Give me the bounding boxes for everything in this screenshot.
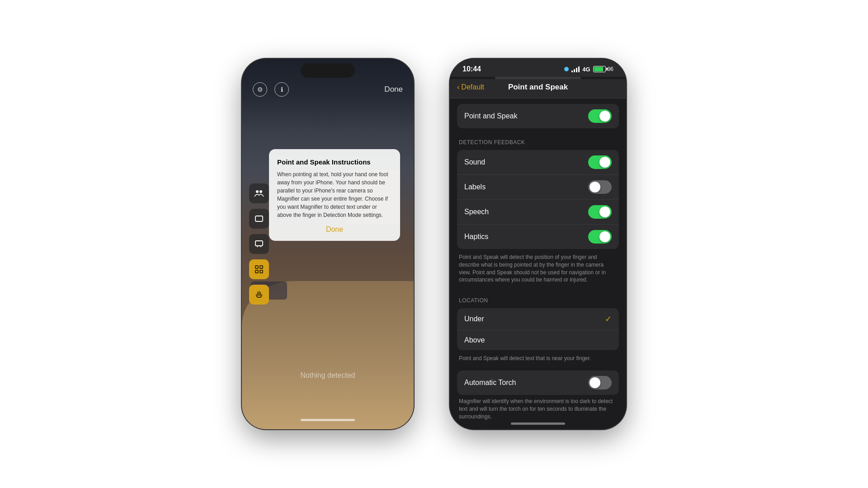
rectangle-button[interactable] <box>249 209 269 229</box>
home-indicator <box>301 419 355 421</box>
info-icon[interactable]: ℹ <box>274 82 289 97</box>
bluetooth-icon <box>564 67 569 71</box>
detection-feedback-footnote: Point and Speak will detect the position… <box>450 251 626 290</box>
status-right-icons: 4G 96 <box>564 66 613 73</box>
svg-rect-4 <box>255 266 258 268</box>
labels-row: Labels <box>457 175 619 200</box>
top-bar: ⚙ ℹ Done <box>242 82 414 97</box>
under-option[interactable]: Under ✓ <box>457 308 619 330</box>
toggle-knob <box>590 182 600 192</box>
auto-torch-label: Automatic Torch <box>464 379 516 387</box>
speech-toggle[interactable] <box>588 205 612 219</box>
point-and-speak-row: Point and Speak <box>457 104 619 128</box>
notch <box>301 63 355 78</box>
svg-rect-2 <box>255 216 263 221</box>
location-group: Under ✓ Above <box>457 308 619 350</box>
toggle-knob <box>599 206 610 217</box>
auto-torch-footnote: Magnifier will identify when the environ… <box>450 395 626 424</box>
svg-rect-7 <box>260 270 263 273</box>
toggle-knob <box>599 111 610 122</box>
back-label: Default <box>461 83 484 91</box>
location-header: LOCATION <box>450 290 626 306</box>
toggle-knob <box>599 157 610 168</box>
back-button[interactable]: ‹ Default <box>457 83 484 91</box>
right-phone-screen: 10:44 4G 96 <box>450 59 626 429</box>
main-toggle-group: Point and Speak <box>457 104 619 128</box>
left-phone-screen: ⚙ ℹ Done <box>242 59 414 429</box>
signal-icon <box>571 66 580 72</box>
point-and-speak-label: Point and Speak <box>464 112 517 120</box>
scroll-content: Point and Speak DETECTION FEEDBACK Sound… <box>450 99 626 424</box>
svg-point-1 <box>259 190 262 193</box>
hand-button[interactable] <box>249 285 269 305</box>
done-button[interactable]: Done <box>384 85 403 94</box>
nav-title: Point and Speak <box>508 83 568 92</box>
right-phone: 10:44 4G 96 <box>450 59 626 429</box>
under-checkmark: ✓ <box>605 314 612 324</box>
popup-done-button[interactable]: Done <box>277 225 392 234</box>
battery-icon: 96 <box>593 66 613 72</box>
gear-icon[interactable]: ⚙ <box>253 82 267 97</box>
svg-point-0 <box>256 190 259 193</box>
svg-rect-5 <box>260 266 263 268</box>
scan-button[interactable] <box>249 259 269 279</box>
under-label: Under <box>464 315 484 323</box>
speech-label: Speech <box>464 208 489 216</box>
haptics-label: Haptics <box>464 233 488 241</box>
toggle-knob <box>599 231 610 242</box>
above-option[interactable]: Above <box>457 330 619 350</box>
sound-toggle[interactable] <box>588 155 612 169</box>
nothing-detected-label: Nothing detected <box>242 371 414 380</box>
toggle-knob <box>590 377 600 388</box>
popup-body: When pointing at text, hold your hand on… <box>277 170 392 219</box>
home-indicator-right <box>511 422 565 425</box>
auto-torch-row: Automatic Torch <box>457 371 619 395</box>
auto-torch-toggle[interactable] <box>588 376 612 389</box>
haptics-row: Haptics <box>457 225 619 249</box>
labels-label: Labels <box>464 183 486 191</box>
status-bar: 10:44 4G 96 <box>450 59 626 77</box>
point-and-speak-toggle[interactable] <box>588 109 612 123</box>
sound-row: Sound <box>457 150 619 175</box>
detection-feedback-group: Sound Labels Speech <box>457 150 619 249</box>
detection-feedback-header: DETECTION FEEDBACK <box>450 132 626 148</box>
person-detection-button[interactable] <box>249 183 269 203</box>
network-label: 4G <box>582 66 590 73</box>
left-phone: ⚙ ℹ Done <box>242 59 414 429</box>
battery-level: 96 <box>608 66 613 72</box>
speech-row: Speech <box>457 200 619 225</box>
status-time: 10:44 <box>462 65 481 73</box>
instructions-popup: Point and Speak Instructions When pointi… <box>269 149 400 241</box>
message-button[interactable] <box>249 234 269 254</box>
labels-toggle[interactable] <box>588 180 612 194</box>
haptics-toggle[interactable] <box>588 230 612 244</box>
left-sidebar <box>249 183 269 305</box>
location-footnote: Point and Speak will detect text that is… <box>450 352 626 369</box>
top-icons: ⚙ ℹ <box>253 82 289 97</box>
nav-header: ‹ Default Point and Speak <box>450 79 626 99</box>
auto-torch-group: Automatic Torch <box>457 371 619 395</box>
svg-rect-6 <box>255 270 258 273</box>
above-label: Above <box>464 336 485 344</box>
sound-label: Sound <box>464 158 485 166</box>
svg-rect-3 <box>255 241 263 246</box>
popup-title: Point and Speak Instructions <box>277 158 392 166</box>
chevron-left-icon: ‹ <box>457 83 459 91</box>
